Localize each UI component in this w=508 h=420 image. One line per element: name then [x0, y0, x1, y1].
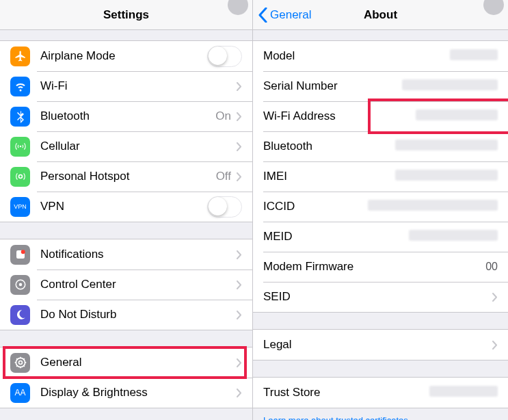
row-label: SEID	[263, 290, 492, 304]
back-label: General	[270, 8, 311, 22]
about-row-bluetooth: Bluetooth	[253, 131, 508, 161]
settings-row-display[interactable]: AADisplay & Brightness	[0, 378, 252, 408]
svg-line-10	[16, 358, 18, 360]
row-label: Display & Brightness	[40, 386, 237, 399]
row-label: Model	[263, 49, 450, 63]
row-label: Airplane Mode	[40, 49, 207, 63]
trusted-certs-link[interactable]: Learn more about trusted certificates	[253, 408, 508, 420]
chevron-right-icon	[492, 341, 498, 350]
svg-line-11	[23, 365, 25, 367]
about-row-modem-firmware: Modem Firmware00	[253, 252, 508, 282]
vpn-icon: VPN	[10, 197, 30, 217]
row-detail: On	[215, 109, 231, 123]
row-label: Trust Store	[263, 386, 429, 399]
chevron-right-icon	[237, 358, 242, 367]
row-label: General	[40, 356, 237, 369]
settings-row-cellular[interactable]: Cellular	[0, 131, 252, 161]
toggle-switch[interactable]	[207, 46, 242, 67]
chevron-right-icon	[237, 250, 242, 259]
settings-row-dnd[interactable]: Do Not Disturb	[0, 300, 252, 330]
about-row-iccid: ICCID	[253, 192, 508, 222]
wifi-icon	[10, 77, 30, 96]
chevron-right-icon	[492, 293, 498, 302]
settings-pane: Settings Airplane ModeWi-Fi BluetoothOnC…	[0, 0, 253, 420]
chevron-right-icon	[237, 389, 242, 397]
row-label: Notifications	[40, 248, 237, 261]
about-row-imei: IMEI	[253, 161, 508, 192]
row-label: VPN	[40, 200, 207, 213]
settings-list: Airplane ModeWi-Fi BluetoothOnCellularPe…	[0, 40, 252, 408]
display-icon: AA	[10, 383, 30, 403]
chevron-right-icon	[237, 172, 242, 181]
settings-row-wifi[interactable]: Wi-Fi	[0, 71, 252, 101]
svg-point-3	[18, 283, 22, 287]
back-button[interactable]: General	[258, 8, 311, 23]
row-label: Wi-Fi Address	[263, 109, 416, 123]
row-label: MEID	[263, 230, 409, 244]
row-detail: Off	[216, 170, 231, 183]
bluetooth-icon	[10, 107, 30, 127]
row-value-redacted	[395, 170, 498, 183]
row-value-redacted	[409, 230, 498, 244]
settings-row-notifications[interactable]: Notifications	[0, 239, 252, 270]
row-label: Modem Firmware	[263, 260, 485, 274]
about-list: ModelSerial NumberWi-Fi AddressBluetooth…	[253, 40, 508, 420]
about-pane: General About ModelSerial NumberWi-Fi Ad…	[253, 0, 508, 420]
row-value-redacted	[450, 49, 498, 63]
toggle-switch[interactable]	[207, 196, 242, 218]
svg-line-13	[23, 358, 25, 360]
svg-point-5	[18, 361, 22, 365]
settings-row-hotspot[interactable]: Personal HotspotOff	[0, 161, 252, 192]
row-value-redacted	[368, 200, 498, 213]
about-navbar: General About	[253, 0, 508, 30]
notifications-icon	[10, 245, 30, 265]
about-row-meid: MEID	[253, 222, 508, 252]
row-label: Legal	[263, 338, 492, 352]
row-label: Bluetooth	[40, 109, 215, 123]
row-value-redacted	[402, 79, 498, 93]
chevron-right-icon	[237, 311, 242, 319]
about-row-model: Model	[253, 41, 508, 71]
settings-row-vpn[interactable]: VPNVPN	[0, 192, 252, 222]
row-label: Control Center	[40, 278, 237, 291]
settings-row-airplane[interactable]: Airplane Mode	[0, 41, 252, 71]
svg-line-12	[16, 365, 18, 367]
chevron-right-icon	[237, 280, 242, 289]
controlcenter-icon	[10, 275, 30, 295]
general-icon	[10, 353, 30, 373]
about-row-serial-number: Serial Number	[253, 71, 508, 101]
chevron-right-icon	[237, 82, 242, 91]
chevron-right-icon	[237, 142, 242, 151]
settings-title: Settings	[0, 8, 252, 22]
row-label: Do Not Disturb	[40, 308, 237, 321]
row-value: 00	[485, 261, 498, 273]
about-row-trust-store[interactable]: Trust Store	[253, 378, 508, 408]
row-label: Serial Number	[263, 79, 402, 93]
row-label: Cellular	[40, 140, 237, 153]
chevron-left-icon	[258, 8, 267, 23]
dnd-icon	[10, 305, 30, 325]
row-value-redacted	[429, 386, 498, 399]
about-row-wi-fi-address: Wi-Fi Address	[253, 101, 508, 131]
svg-point-1	[21, 250, 25, 254]
row-label: Bluetooth	[263, 140, 395, 153]
airplane-icon	[10, 47, 30, 66]
row-label: Personal Hotspot	[40, 170, 216, 183]
settings-row-bluetooth[interactable]: BluetoothOn	[0, 101, 252, 131]
row-label: IMEI	[263, 170, 395, 183]
row-label: Wi-Fi	[40, 79, 231, 93]
chevron-right-icon	[237, 112, 242, 121]
settings-row-controlcenter[interactable]: Control Center	[0, 270, 252, 300]
settings-navbar: Settings	[0, 0, 252, 30]
hotspot-icon	[10, 167, 30, 187]
about-row-legal[interactable]: Legal	[253, 330, 508, 360]
about-row-seid[interactable]: SEID	[253, 282, 508, 312]
settings-row-general[interactable]: General	[0, 347, 252, 378]
row-value-redacted	[416, 109, 498, 123]
cellular-icon	[10, 137, 30, 157]
row-label: ICCID	[263, 200, 368, 213]
row-value-redacted	[395, 140, 498, 153]
